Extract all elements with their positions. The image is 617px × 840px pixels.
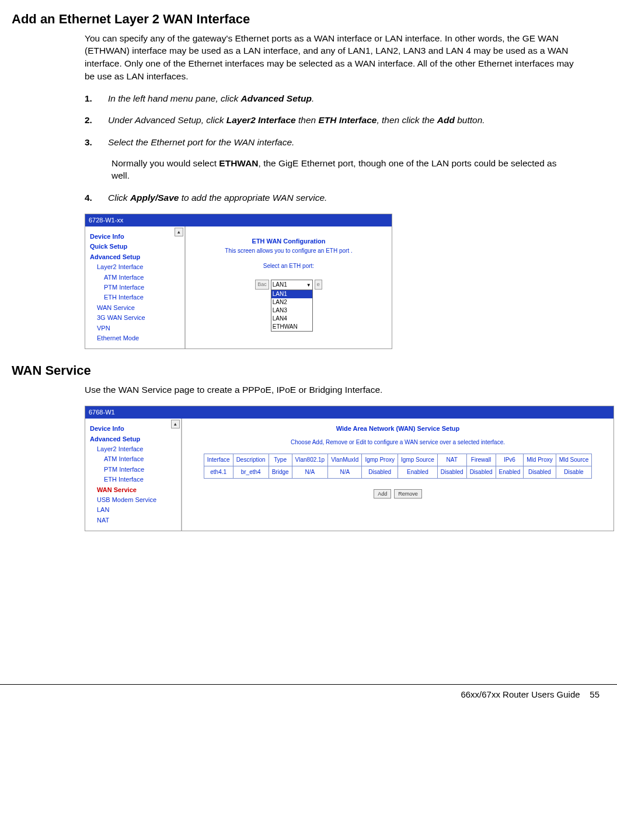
table-header: IPv6 — [496, 454, 524, 466]
step-text-fragment: to add the appropriate WAN service. — [179, 193, 327, 203]
step-extra-note: Normally you would select ETHWAN, the Gi… — [108, 157, 576, 182]
step-bold: Apply/Save — [130, 193, 179, 203]
footer-guide-title: 66xx/67xx Router Users Guide — [461, 689, 580, 699]
panel-heading: Wide Area Network (WAN) Service Setup — [188, 424, 608, 433]
router-main-panel: Wide Area Network (WAN) Service Setup Ch… — [182, 419, 613, 531]
table-cell: Enabled — [496, 466, 524, 478]
sidebar-item[interactable]: 3G WAN Service — [97, 313, 182, 322]
step-text-fragment: In the left hand menu pane, click — [108, 93, 240, 103]
table-header: NAT — [437, 454, 466, 466]
table-header: Mld Proxy — [524, 454, 556, 466]
router-sidebar: ▴ Device Info Advanced Setup Layer2 Inte… — [85, 419, 182, 531]
sidebar-item[interactable]: PTM Interface — [104, 465, 179, 474]
step-text: Select the Ethernet port for the WAN int… — [108, 136, 576, 182]
table-cell: Disabled — [466, 466, 496, 478]
sidebar-item[interactable]: Layer2 Interface — [97, 445, 179, 454]
table-cell: Disabled — [437, 466, 466, 478]
table-cell: N/A — [328, 466, 362, 478]
step-text-fragment: , then click the — [377, 115, 437, 125]
intro-paragraph: You can specify any of the gateway's Eth… — [85, 32, 576, 83]
section-heading-add-eth: Add an Ethernet Layer 2 WAN Interface — [12, 11, 599, 29]
select-option[interactable]: LAN4 — [271, 315, 312, 323]
step-text-fragment: Click — [108, 193, 130, 203]
footer-page-number: 55 — [590, 689, 599, 699]
button-row: Add Remove — [188, 489, 608, 499]
sidebar-item[interactable]: LAN — [97, 506, 179, 514]
table-cell: Bridge — [269, 466, 292, 478]
router-main-panel: ETH WAN Configuration This screen allows… — [186, 226, 392, 348]
sidebar-item[interactable]: Advanced Setup — [90, 435, 179, 444]
select-option[interactable]: LAN2 — [271, 298, 312, 306]
sidebar-item[interactable]: ETH Interface — [104, 293, 182, 302]
sidebar-item[interactable]: Quick Setup — [90, 242, 182, 251]
step-text-fragment: . — [312, 93, 314, 103]
chevron-down-icon[interactable]: ▼ — [306, 282, 311, 288]
step-number: 2. — [85, 114, 108, 127]
sidebar-item[interactable]: Advanced Setup — [90, 253, 182, 262]
step-text-fragment: then — [296, 115, 319, 125]
router-title-bar: 6728-W1-xx — [85, 214, 392, 226]
sidebar-item[interactable]: ATM Interface — [104, 455, 179, 463]
screenshot-wan-service-setup: 6768-W1 ▴ Device Info Advanced Setup Lay… — [85, 406, 614, 531]
step-bold: Advanced Setup — [240, 93, 311, 103]
step-text-fragment: button. — [455, 115, 485, 125]
table-row: eth4.1 br_eth4 Bridge N/A N/A Disabled E… — [204, 466, 592, 478]
step-number: 3. — [85, 136, 108, 182]
screenshot-eth-wan-config: 6728-W1-xx ▴ Device Info Quick Setup Adv… — [85, 214, 392, 350]
add-button[interactable]: Add — [374, 489, 391, 499]
sidebar-item[interactable]: NAT — [97, 516, 179, 525]
select-option[interactable]: ETHWAN — [271, 323, 312, 331]
back-button-fragment: Bac — [255, 280, 269, 290]
table-header: Igmp Source — [398, 454, 438, 466]
step-text: In the left hand menu pane, click Advanc… — [108, 92, 576, 105]
sidebar-item[interactable]: Ethernet Mode — [97, 334, 182, 343]
sidebar-item[interactable]: USB Modem Service — [97, 496, 179, 504]
table-header: Firewall — [466, 454, 496, 466]
table-header: Description — [233, 454, 269, 466]
sidebar-item[interactable]: WAN Service — [97, 304, 182, 312]
sidebar-item[interactable]: Layer2 Interface — [97, 263, 182, 271]
table-header: VlanMuxId — [328, 454, 362, 466]
step-text-fragment: Under Advanced Setup, click — [108, 115, 226, 125]
select-current-value: LAN1 — [273, 281, 287, 289]
select-option[interactable]: LAN1 — [271, 290, 312, 298]
sidebar-item[interactable]: Device Info — [90, 424, 179, 433]
sidebar-item[interactable]: Device Info — [90, 232, 182, 241]
select-option[interactable]: LAN3 — [271, 306, 312, 315]
table-cell: br_eth4 — [233, 466, 269, 478]
step-bold: ETHWAN — [219, 158, 258, 168]
table-header-row: Interface Description Type Vlan802.1p Vl… — [204, 454, 592, 466]
step-number: 4. — [85, 191, 108, 204]
select-label: Select an ETH port: — [191, 262, 386, 270]
sidebar-item-active[interactable]: WAN Service — [97, 486, 179, 494]
step-text: Click Apply/Save to add the appropriate … — [108, 191, 576, 204]
panel-heading: ETH WAN Configuration — [191, 237, 386, 246]
step-text: Under Advanced Setup, click Layer2 Inter… — [108, 114, 576, 127]
eth-port-select[interactable]: LAN1 ▼ LAN1 LAN2 LAN3 LAN4 ETHWAN — [271, 280, 313, 332]
router-title-bar: 6768-W1 — [85, 406, 613, 419]
table-cell: N/A — [292, 466, 328, 478]
wan-service-table: Interface Description Type Vlan802.1p Vl… — [204, 454, 592, 479]
scrollbar-up-icon[interactable]: ▴ — [175, 228, 183, 236]
sidebar-item[interactable]: ATM Interface — [104, 273, 182, 282]
remove-button[interactable]: Remove — [394, 489, 422, 499]
table-cell: Disabled — [362, 466, 398, 478]
scrollbar-up-icon[interactable]: ▴ — [171, 420, 180, 428]
sidebar-item[interactable]: VPN — [97, 324, 182, 333]
step-number: 1. — [85, 92, 108, 105]
intro-paragraph: Use the WAN Service page to create a PPP… — [85, 384, 576, 396]
step-bold: Add — [437, 115, 455, 125]
section-heading-wan-service: WAN Service — [12, 362, 599, 380]
table-cell: Enabled — [398, 466, 438, 478]
table-header: Mld Source — [556, 454, 592, 466]
step-text-fragment: Normally you would select — [111, 158, 219, 168]
sidebar-item[interactable]: PTM Interface — [104, 283, 182, 292]
panel-subtext: This screen allows you to configure an E… — [191, 247, 386, 255]
steps-list: 1. In the left hand menu pane, click Adv… — [85, 92, 576, 204]
table-cell: Disable — [556, 466, 592, 478]
save-button-fragment: e — [315, 280, 322, 290]
step-bold: Layer2 Interface — [226, 115, 296, 125]
step-bold: ETH Interface — [318, 115, 377, 125]
table-header: Interface — [204, 454, 233, 466]
sidebar-item[interactable]: ETH Interface — [104, 475, 179, 484]
